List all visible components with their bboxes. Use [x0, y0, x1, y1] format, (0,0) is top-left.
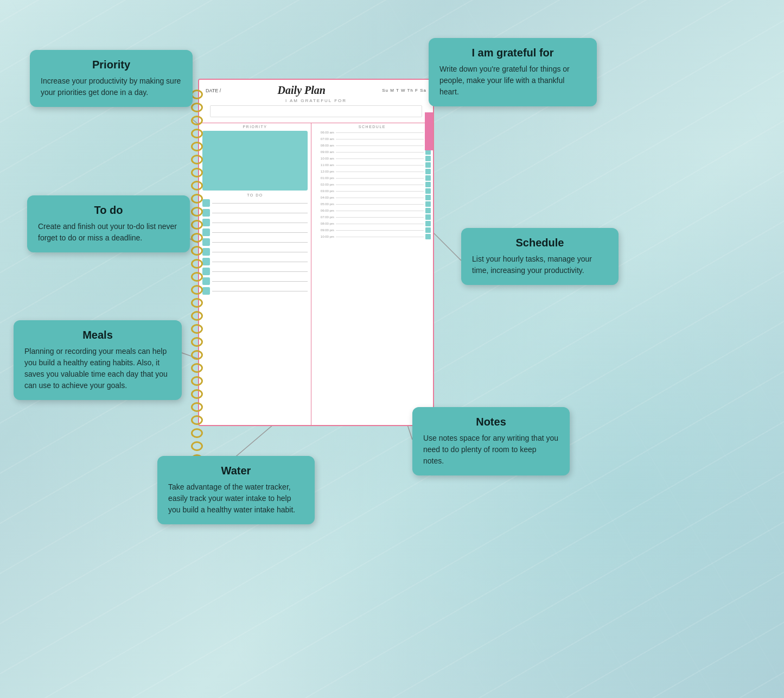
- priority-section-label: PRIORITY: [199, 123, 311, 130]
- todo-row: [202, 219, 308, 226]
- spiral-ring: [191, 272, 203, 282]
- tooltip-grateful-body: Write down you're grateful for things or…: [439, 64, 586, 98]
- spiral-ring: [191, 324, 203, 334]
- spiral-ring: [191, 207, 203, 217]
- time-label: 10:00 am: [314, 157, 334, 160]
- time-label: 07:00 pm: [314, 215, 334, 219]
- time-label: 02:00 pm: [314, 183, 334, 186]
- schedule-row: 10:00 am: [314, 156, 431, 161]
- schedule-row: 12:00 pm: [314, 169, 431, 174]
- time-label: 10:00 pm: [314, 235, 334, 238]
- spiral-ring: [191, 402, 203, 412]
- schedule-check[interactable]: [425, 169, 431, 174]
- priority-box[interactable]: [202, 131, 308, 191]
- spiral-ring: [191, 389, 203, 399]
- todo-row: [202, 277, 308, 285]
- spiral-ring: [191, 363, 203, 373]
- time-label: 01:00 pm: [314, 176, 334, 180]
- tooltip-notes-body: Use notes space for any writing that you…: [423, 433, 559, 467]
- left-column: PRIORITY TO DO: [199, 123, 311, 426]
- time-label: 04:00 pm: [314, 196, 334, 199]
- spiral-ring: [191, 246, 203, 256]
- grateful-box[interactable]: [210, 105, 422, 117]
- planner-title: Daily Plan: [278, 84, 326, 97]
- spiral-ring: [191, 311, 203, 321]
- pink-tab: [425, 112, 434, 150]
- spiral-ring: [191, 220, 203, 230]
- spiral-ring: [191, 129, 203, 138]
- schedule-check[interactable]: [425, 227, 431, 233]
- days-row: Su M T W Th F Sa: [382, 88, 426, 93]
- time-label: 12:00 pm: [314, 170, 334, 173]
- time-label: 09:00 pm: [314, 229, 334, 232]
- schedule-check[interactable]: [425, 162, 431, 168]
- schedule-row: 07:00 am: [314, 136, 431, 142]
- spiral-ring: [191, 337, 203, 347]
- schedule-row: 02:00 pm: [314, 182, 431, 187]
- tooltip-todo-body: Create and finish out your to-do list ne…: [38, 221, 179, 244]
- schedule-check[interactable]: [425, 156, 431, 161]
- time-label: 07:00 am: [314, 137, 334, 141]
- schedule-check[interactable]: [425, 195, 431, 200]
- tooltip-grateful-title: I am grateful for: [439, 47, 586, 59]
- spiral-ring: [191, 116, 203, 125]
- schedule-row: 09:00 am: [314, 149, 431, 155]
- schedule-check[interactable]: [425, 208, 431, 213]
- todo-row: [202, 209, 308, 217]
- schedule-check[interactable]: [425, 175, 431, 181]
- tooltip-priority-title: Priority: [41, 59, 182, 71]
- todo-row: [202, 258, 308, 265]
- time-label: 11:00 am: [314, 163, 334, 167]
- spiral-ring: [191, 103, 203, 112]
- time-label: 08:00 pm: [314, 222, 334, 225]
- schedule-row: 08:00 am: [314, 143, 431, 148]
- grateful-label: I AM GRATEFUL FOR: [206, 98, 426, 103]
- tooltip-schedule-title: Schedule: [472, 237, 608, 249]
- schedule-row: 11:00 am: [314, 162, 431, 168]
- tooltip-todo-title: To do: [38, 204, 179, 217]
- schedule-row: 07:00 pm: [314, 214, 431, 220]
- schedule-items: 06:00 am 07:00 am 08:00 am 09:00 am 10:0…: [311, 130, 433, 426]
- spiral-ring: [191, 259, 203, 269]
- schedule-check[interactable]: [425, 221, 431, 226]
- date-label: DATE /: [206, 88, 221, 93]
- time-label: 06:00 am: [314, 131, 334, 134]
- tooltip-schedule-body: List your hourly tasks, manage your time…: [472, 253, 608, 276]
- tooltip-todo: To do Create and finish out your to-do l…: [27, 195, 190, 252]
- spiral-ring: [191, 155, 203, 164]
- todo-row: [202, 229, 308, 236]
- schedule-row: 05:00 pm: [314, 201, 431, 207]
- planner-body: PRIORITY TO DO SCHEDULE 06:00 am: [199, 123, 433, 426]
- spiral-ring: [191, 194, 203, 204]
- todo-items: [199, 198, 311, 426]
- schedule-row: 06:00 am: [314, 130, 431, 135]
- spiral-ring: [191, 298, 203, 308]
- schedule-section-label: SCHEDULE: [311, 123, 433, 130]
- spiral-ring: [191, 376, 203, 386]
- spiral-ring: [191, 142, 203, 151]
- schedule-check[interactable]: [425, 182, 431, 187]
- todo-row: [202, 238, 308, 246]
- tooltip-grateful: I am grateful for Write down you're grat…: [429, 38, 597, 106]
- schedule-row: 08:00 pm: [314, 221, 431, 226]
- todo-section-label: TO DO: [199, 192, 311, 198]
- tooltip-meals: Meals Planning or recording your meals c…: [14, 320, 182, 400]
- schedule-row: 04:00 pm: [314, 195, 431, 200]
- schedule-row: 06:00 pm: [314, 208, 431, 213]
- tooltip-meals-title: Meals: [24, 329, 171, 341]
- time-label: 08:00 am: [314, 144, 334, 147]
- schedule-row: 03:00 pm: [314, 188, 431, 194]
- schedule-check[interactable]: [425, 188, 431, 194]
- schedule-check[interactable]: [425, 214, 431, 220]
- todo-row: [202, 287, 308, 295]
- time-label: 05:00 pm: [314, 202, 334, 206]
- schedule-check[interactable]: [425, 234, 431, 239]
- tooltip-water-title: Water: [168, 465, 304, 477]
- planner-notebook: DATE / Daily Plan Su M T W Th F Sa I AM …: [198, 79, 434, 426]
- schedule-check[interactable]: [425, 201, 431, 207]
- spiral-ring: [191, 350, 203, 360]
- spiral-ring: [191, 285, 203, 295]
- spiral-ring: [191, 428, 203, 438]
- spiral-ring: [191, 233, 203, 243]
- tooltip-notes-title: Notes: [423, 416, 559, 428]
